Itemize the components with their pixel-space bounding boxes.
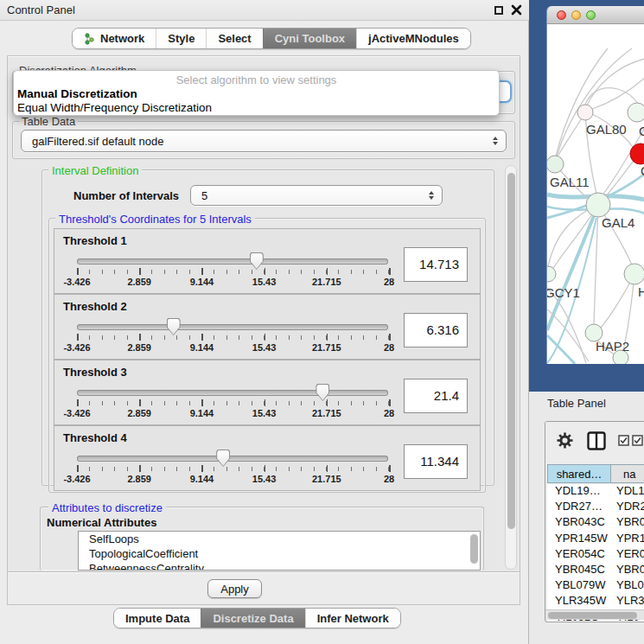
number-of-intervals-label: Number of Intervals <box>73 189 179 202</box>
tab-label: Select <box>218 32 251 45</box>
tab-label: Impute Data <box>125 612 189 625</box>
table-data-title: Table Data <box>19 115 78 128</box>
table-row[interactable]: YLR345WYLR3 <box>547 594 644 609</box>
threshold-label: Threshold 1 <box>63 234 127 247</box>
slider-tick-labels: -3.4262.8599.14415.4321.71528 <box>77 474 389 485</box>
threshold-value-field[interactable]: 11.344 <box>404 444 468 479</box>
table-panel-title: Table Panel <box>547 397 606 410</box>
threshold-value-field[interactable]: 21.4 <box>404 379 468 413</box>
threshold-value-field[interactable]: 14.713 <box>404 247 468 282</box>
threshold-2-slider[interactable] <box>77 324 388 330</box>
table-row[interactable]: YER054CYER0 <box>547 547 644 563</box>
number-of-intervals-value: 5 <box>201 189 207 202</box>
stepper-icon <box>493 137 498 145</box>
tab-style[interactable]: Style <box>156 29 206 48</box>
apply-button[interactable]: Apply <box>207 579 262 598</box>
close-icon[interactable] <box>511 4 522 16</box>
table-row[interactable]: YBR043CYBR0 <box>547 515 644 531</box>
minimize-traffic-light-icon[interactable] <box>571 10 581 20</box>
tab-impute-data[interactable]: Impute Data <box>114 609 201 628</box>
network-window-titlebar[interactable] <box>546 6 644 24</box>
tab-cyni-toolbox[interactable]: Cyni Toolbox <box>263 29 356 48</box>
node-h-partial[interactable] <box>624 264 644 284</box>
table-row[interactable]: YDR27…YDR2 <box>547 500 644 515</box>
table-row[interactable]: YPR145WYPR1 <box>547 532 644 547</box>
tab-discretize-data[interactable]: Discretize Data <box>201 609 304 628</box>
tab-label: Discretize Data <box>213 612 293 625</box>
tab-label: Infer Network <box>317 612 389 625</box>
numerical-attributes-list[interactable]: SelfLoops TopologicalCoefficient Between… <box>78 531 481 571</box>
table-header-row: shared… na <box>547 464 644 483</box>
control-panel-titlebar: Control Panel <box>0 0 529 21</box>
table-data-combobox[interactable]: galFiltered.sif default node <box>21 130 507 152</box>
threshold-4-box: Threshold 4 -3.4262.8599.14415.4321.7152… <box>54 425 481 491</box>
node-label: GAL4 <box>602 215 634 230</box>
threshold-value-field[interactable]: 6.316 <box>404 313 468 348</box>
list-item[interactable]: SelfLoops <box>79 532 480 546</box>
table-row[interactable]: YBR045CYBR0 <box>547 563 644 578</box>
apply-strip <box>8 571 520 604</box>
number-of-intervals-combobox[interactable]: 5 <box>190 185 443 206</box>
column-header-shared-name[interactable]: shared… <box>547 464 611 483</box>
tab-jactivemnodules[interactable]: jActiveMNodules <box>356 29 470 48</box>
threshold-2-box: Threshold 2 -3.4262.8599.14415.4321.7152… <box>54 294 481 360</box>
algorithm-dropdown-popup: Select algorithm to view settings Manual… <box>13 70 500 116</box>
threshold-3-slider[interactable] <box>77 390 388 396</box>
threshold-4-slider[interactable] <box>77 456 388 462</box>
threshold-3-box: Threshold 3 -3.4262.8599.14415.4321.7152… <box>54 360 481 425</box>
node-label: H <box>638 284 644 299</box>
table-toolbar <box>545 422 644 463</box>
close-traffic-light-icon[interactable] <box>557 10 566 20</box>
column-header-name[interactable]: na <box>611 464 644 483</box>
screen: Control Panel Network Style Select Cyni … <box>0 0 644 644</box>
node-label: GAL11 <box>550 175 590 189</box>
tab-label: Cyni Toolbox <box>275 32 345 45</box>
control-panel-title: Control Panel <box>7 3 75 16</box>
slider-tick-labels: -3.4262.8599.14415.4321.71528 <box>77 342 389 354</box>
thresholds-group-title: Threshold's Coordinates for 5 Intervals <box>55 213 255 226</box>
network-view-canvas[interactable]: GAL80 G C GAL11 GAL4 GCY1 H HAP2 <box>546 24 644 364</box>
tab-network[interactable]: Network <box>73 29 156 48</box>
tab-infer-network[interactable]: Infer Network <box>305 609 400 628</box>
gear-icon[interactable] <box>557 432 573 449</box>
tab-label: Style <box>168 32 194 45</box>
node-gal11[interactable] <box>547 156 564 173</box>
node-label: C <box>641 163 644 178</box>
panel-scrollbar-thumb[interactable] <box>507 173 515 529</box>
table-panel-box: shared… na YDL19…YDL1 YDR27…YDR2 YBR043C… <box>545 421 644 622</box>
control-panel-window: Control Panel Network Style Select Cyni … <box>0 0 529 644</box>
node-gal80[interactable] <box>577 105 593 120</box>
slider-thumb[interactable] <box>250 252 264 270</box>
node-gcy1[interactable] <box>547 266 556 282</box>
select-attributes-icon[interactable] <box>618 435 644 446</box>
node-partial-top-right[interactable] <box>628 103 644 122</box>
node-gal4[interactable] <box>586 193 610 217</box>
zoom-traffic-light-icon[interactable] <box>586 10 596 20</box>
split-columns-icon[interactable] <box>587 431 606 450</box>
float-window-icon[interactable] <box>494 6 503 15</box>
table-row[interactable]: YDL19…YDL1 <box>547 484 644 500</box>
panel-scrollbar[interactable] <box>505 165 517 570</box>
dropdown-option-manual-discretization[interactable]: Manual Discretization <box>16 87 496 100</box>
network-icon <box>84 33 95 45</box>
slider-thumb[interactable] <box>216 450 230 467</box>
slider-thumb[interactable] <box>316 384 329 401</box>
table-scrollbar-thumb[interactable] <box>548 612 637 619</box>
table-data-value: galFiltered.sif default node <box>32 135 163 148</box>
table-horizontal-scrollbar[interactable] <box>545 609 644 620</box>
slider-thumb[interactable] <box>167 318 181 335</box>
network-graph: GAL80 G C GAL11 GAL4 GCY1 H HAP2 <box>547 24 644 364</box>
list-item[interactable]: BetweennessCentrality <box>79 561 480 571</box>
list-scrollbar-thumb[interactable] <box>470 534 478 564</box>
threshold-label: Threshold 3 <box>63 366 127 379</box>
dropdown-option-equal-width-frequency[interactable]: Equal Width/Frequency Discretization <box>16 101 496 114</box>
list-item[interactable]: TopologicalCoefficient <box>79 546 480 561</box>
threshold-label: Threshold 2 <box>63 300 127 313</box>
table-row[interactable]: YBL079WYBL0 <box>547 578 644 594</box>
tab-select[interactable]: Select <box>206 29 262 48</box>
tab-label: Network <box>100 32 144 45</box>
slider-tick-labels: -3.4262.8599.14415.4321.71528 <box>77 277 389 288</box>
dropdown-hint: Select algorithm to view settings <box>14 73 499 86</box>
threshold-1-slider[interactable] <box>77 258 388 265</box>
node-label: GAL80 <box>586 122 627 137</box>
